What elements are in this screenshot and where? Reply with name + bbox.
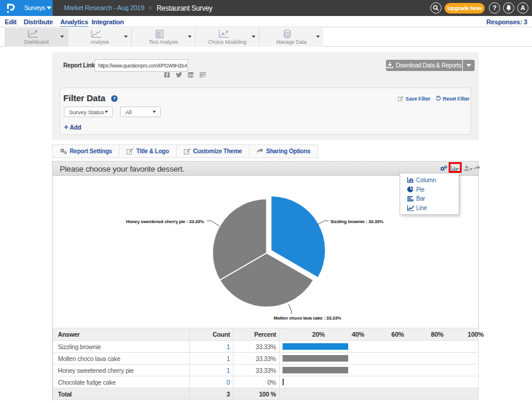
svg-text:Honey sweetened cherry pie : 3: Honey sweetened cherry pie : 33.33% xyxy=(126,219,204,224)
svg-text:Molten choco lava cake : 33.33: Molten choco lava cake : 33.33% xyxy=(274,315,342,321)
svg-text:Sizzling brownie : 33.33%: Sizzling brownie : 33.33% xyxy=(330,219,384,224)
